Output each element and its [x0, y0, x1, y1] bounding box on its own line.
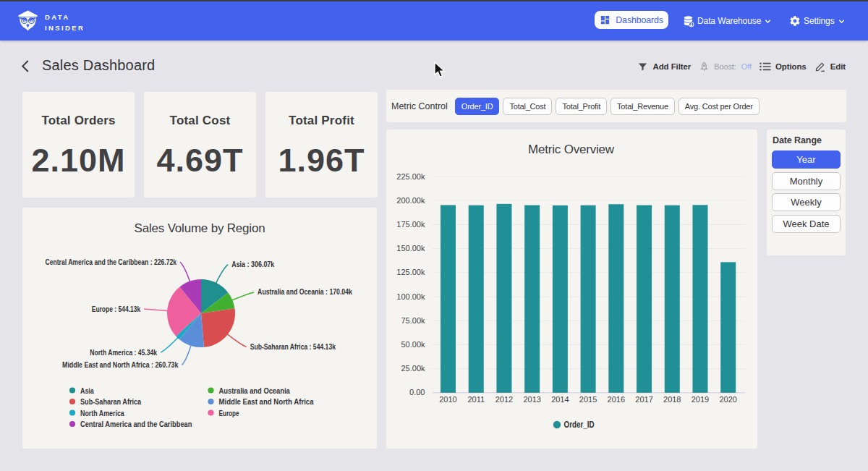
- add-filter-label: Add Filter: [652, 62, 691, 71]
- legend-label: Europe: [219, 409, 239, 417]
- date-range-button-year[interactable]: Year: [772, 150, 841, 169]
- legend-dot: [208, 399, 213, 404]
- pie-label: Australia and Oceania : 170.04k: [258, 287, 352, 296]
- y-tick-label: 50.00k: [401, 340, 425, 349]
- chart-title: Metric Overview: [528, 143, 615, 156]
- legend-label: North America: [80, 409, 125, 417]
- x-tick-label: 2013: [523, 395, 540, 404]
- x-tick-label: 2016: [608, 395, 625, 404]
- nav-item-settings[interactable]: Settings: [789, 1, 845, 41]
- y-tick-label: 100.00k: [396, 292, 425, 301]
- bar-2011[interactable]: [469, 205, 484, 393]
- bar-2019[interactable]: [692, 205, 707, 392]
- nav-item-data-warehouse[interactable]: Data Warehouse: [682, 1, 771, 41]
- metric-overview-chart-card: Metric Overview0.0025.00k50.00k75.00k100…: [386, 130, 757, 449]
- bar-2012[interactable]: [496, 204, 511, 393]
- bar-2014[interactable]: [553, 205, 568, 393]
- nav-item-label: Settings: [804, 16, 835, 26]
- kpi-value: 2.10M: [22, 142, 135, 179]
- pie-label: Asia : 306.07k: [231, 260, 275, 268]
- chevron-down-icon: [765, 18, 771, 25]
- x-tick-label: 2011: [467, 395, 485, 404]
- window-top-strip: [0, 0, 868, 1]
- boost-toggle[interactable]: Boost: Off: [699, 61, 752, 72]
- x-tick-label: 2015: [579, 395, 597, 404]
- legend-label: Order_ID: [564, 420, 595, 430]
- x-tick-label: 2018: [663, 395, 681, 404]
- bar-2010[interactable]: [441, 205, 456, 392]
- metric-button-order-id[interactable]: Order_ID: [455, 98, 500, 115]
- bar-2020[interactable]: [720, 262, 736, 392]
- pie-leader-line: [144, 309, 168, 310]
- legend-dot: [69, 421, 75, 427]
- legend-dot: [69, 399, 75, 404]
- edit-button[interactable]: Edit: [814, 61, 846, 72]
- y-tick-label: 200.00k: [396, 196, 425, 205]
- options-button[interactable]: Options: [760, 61, 807, 72]
- pie-leader-line: [231, 292, 254, 300]
- rocket-icon: [699, 61, 710, 72]
- metric-button-total-revenue[interactable]: Total_Revenue: [610, 98, 675, 115]
- legend-dot: [553, 421, 561, 428]
- database-icon: [682, 15, 694, 27]
- pie-leader-line: [180, 262, 190, 281]
- x-tick-label: 2010: [439, 395, 456, 404]
- pie-leader-line: [216, 265, 228, 284]
- legend-dot: [208, 387, 213, 393]
- legend-dot: [208, 410, 213, 415]
- x-tick-label: 2012: [495, 395, 513, 404]
- y-tick-label: 25.00k: [401, 364, 425, 373]
- gear-icon: [789, 15, 801, 27]
- bar-2013[interactable]: [524, 205, 540, 393]
- pie-leader-line: [161, 337, 178, 352]
- filter-icon: [637, 61, 648, 72]
- date-range-button-week-date[interactable]: Week Date: [772, 215, 841, 233]
- legend-label: Asia: [80, 386, 94, 395]
- x-tick-label: 2019: [692, 395, 709, 404]
- kpi-value: 1.96T: [265, 142, 378, 179]
- owl-logo-icon: [18, 9, 38, 32]
- kpi-title: Total Orders: [22, 114, 135, 128]
- pie-chart: Sales Volume by RegionAsia : 306.07kAust…: [22, 208, 377, 449]
- x-tick-label: 2017: [635, 395, 652, 404]
- x-tick-label: 2020: [719, 395, 736, 404]
- metric-button-total-profit[interactable]: Total_Profit: [556, 98, 607, 115]
- options-icon: [760, 61, 771, 72]
- bar-2015[interactable]: [581, 205, 596, 393]
- pie-label: Europe : 544.13k: [92, 305, 141, 313]
- app-logo[interactable]: DATA INSIDER: [18, 9, 85, 34]
- bar-2017[interactable]: [637, 205, 652, 393]
- metric-button-avg-cost-per-order[interactable]: Avg. Cost per Order: [678, 98, 760, 115]
- navbar: DATA INSIDER Dashboards Data Warehouse: [0, 1, 868, 41]
- add-filter-button[interactable]: Add Filter: [637, 61, 691, 72]
- edit-icon: [814, 61, 826, 72]
- kpi-card-total-profit: Total Profit1.96T: [265, 92, 378, 198]
- kpi-card-total-orders: Total Orders2.10M: [22, 92, 135, 198]
- y-tick-label: 0.00: [409, 388, 425, 396]
- legend-dot: [69, 410, 75, 415]
- y-tick-label: 75.00k: [401, 316, 425, 325]
- date-range-title: Date Range: [773, 135, 841, 145]
- date-range-button-weekly[interactable]: Weekly: [772, 193, 841, 211]
- back-button[interactable]: [20, 59, 31, 73]
- pie-label: Middle East and North Africa : 260.73k: [62, 360, 179, 369]
- date-range-button-monthly[interactable]: Monthly: [772, 172, 841, 190]
- chart-title: Sales Volume by Region: [135, 221, 265, 235]
- pie-label: North America : 45.34k: [90, 348, 157, 357]
- metric-buttons: Order_IDTotal_CostTotal_ProfitTotal_Reve…: [455, 98, 763, 115]
- options-label: Options: [775, 62, 807, 71]
- legend-label: Middle East and North Africa: [219, 397, 315, 406]
- boost-state: Off: [741, 62, 752, 71]
- bar-2018[interactable]: [665, 205, 680, 393]
- pie-leader-line: [182, 345, 191, 365]
- pie-slice-sub-saharan-africa[interactable]: [201, 308, 235, 347]
- bar-2016[interactable]: [608, 204, 624, 393]
- nav-item-label: Data Warehouse: [697, 16, 761, 26]
- metric-control-bar: Metric Control Order_IDTotal_CostTotal_P…: [386, 90, 846, 122]
- dashboard-toolbar: Sales Dashboard Add Filter Boost: Off: [0, 41, 868, 87]
- nav-item-dashboards[interactable]: Dashboards: [595, 11, 668, 29]
- legend-dot: [69, 387, 75, 393]
- y-tick-label: 125.00k: [396, 268, 425, 276]
- metric-button-total-cost[interactable]: Total_Cost: [503, 98, 552, 115]
- pie-label: Central America and the Caribbean : 226.…: [46, 258, 177, 266]
